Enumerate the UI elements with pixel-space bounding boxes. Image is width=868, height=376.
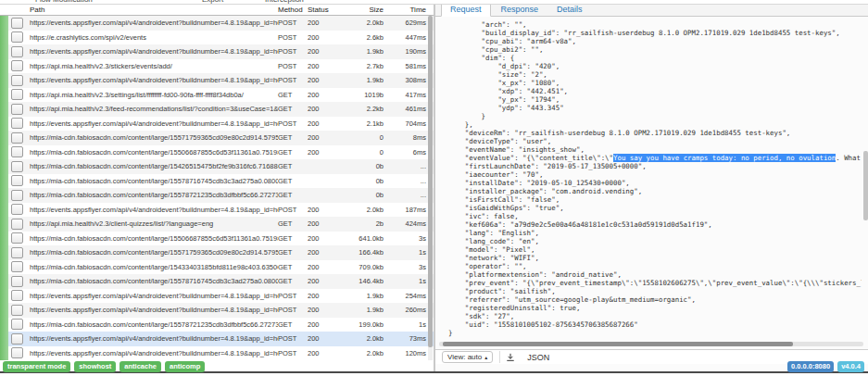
- flow-checkbox[interactable]: [11, 190, 23, 201]
- column-header-size[interactable]: Size: [335, 6, 384, 14]
- flow-checkbox[interactable]: [11, 175, 23, 186]
- column-header-time[interactable]: Time: [384, 6, 426, 14]
- json-line: "lang_code": "en",: [448, 237, 862, 245]
- detail-horizontal-scrollbar[interactable]: [439, 342, 863, 346]
- flow-size: 0b: [335, 162, 384, 170]
- json-line: "firstLaunchDate": "2019-05-17_135005+00…: [448, 162, 862, 170]
- flow-status: 200: [308, 306, 335, 314]
- flow-row[interactable]: https://events.appsflyer.com/api/v4/andr…: [0, 346, 434, 361]
- flow-row[interactable]: https://events.appsflyer.com/api/v4/andr…: [0, 16, 434, 31]
- flow-checkbox[interactable]: [11, 261, 23, 272]
- column-header-method[interactable]: Method: [278, 6, 308, 14]
- flow-path: https://mia-cdn.fabiosacdn.com/content/l…: [30, 133, 278, 142]
- json-line: }: [448, 329, 862, 337]
- flow-time: 704ms: [384, 119, 426, 128]
- flow-row[interactable]: https://events.appsflyer.com/api/v4/andr…: [0, 332, 434, 346]
- flow-row[interactable]: https://mia-cdn.fabiosacdn.com/content/l…: [0, 318, 434, 332]
- flow-status: 200: [308, 47, 335, 56]
- flow-row[interactable]: https://e.crashlytics.com/spi/v2/eventsP…: [0, 31, 434, 45]
- toolbar-item-interception[interactable]: Interception: [265, 0, 304, 4]
- flow-size: 2.2kb: [335, 105, 384, 113]
- detail-vertical-scrollbar[interactable]: [863, 17, 868, 337]
- flow-row[interactable]: https://events.appsflyer.com/api/v4/andr…: [0, 44, 434, 59]
- json-line: "installer_package": "com.android.vendin…: [448, 187, 862, 195]
- flow-checkbox[interactable]: [11, 46, 23, 57]
- flow-method: GET: [278, 277, 308, 285]
- flow-checkbox[interactable]: [11, 31, 23, 43]
- flow-checkbox[interactable]: [11, 18, 23, 29]
- tab-response[interactable]: Response: [493, 3, 547, 16]
- flow-row[interactable]: https://mia-cdn.fabiosacdn.com/content/l…: [0, 188, 434, 203]
- flow-method: GET: [278, 191, 308, 199]
- scrollbar-thumb[interactable]: [443, 342, 793, 346]
- flow-status: 200: [308, 19, 335, 27]
- flow-checkbox[interactable]: [11, 305, 23, 316]
- flow-row[interactable]: https://mia-cdn.fabiosacdn.com/content/l…: [0, 245, 434, 260]
- flow-row[interactable]: https://events.appsflyer.com/api/v4/andr…: [0, 203, 434, 218]
- toolbar-item-export[interactable]: Export: [202, 0, 223, 4]
- flow-row[interactable]: https://mia-cdn.fabiosacdn.com/content/l…: [0, 274, 434, 289]
- request-json-view[interactable]: "arch": "", "build_display_id": "rr_sail…: [435, 17, 862, 337]
- flow-time: 424ms: [384, 219, 426, 228]
- flow-size: 1.9kb: [335, 292, 384, 300]
- flow-row[interactable]: https://mia-cdn.fabiosacdn.com/content/l…: [0, 159, 434, 174]
- flow-checkbox[interactable]: [11, 232, 23, 244]
- flow-row[interactable]: https://events.appsflyer.com/api/v4/andr…: [0, 117, 434, 132]
- flow-method: POST: [278, 334, 308, 343]
- flow-checkbox[interactable]: [11, 146, 23, 157]
- flow-checkbox[interactable]: [11, 161, 23, 172]
- tab-details[interactable]: Details: [548, 3, 591, 16]
- flow-checkbox[interactable]: [11, 219, 23, 230]
- content-format-label: JSON: [527, 353, 549, 362]
- flow-checkbox[interactable]: [11, 132, 23, 144]
- flow-checkbox[interactable]: [11, 290, 23, 301]
- flow-size: 199.0kb: [335, 320, 384, 329]
- flow-row[interactable]: https://mia-cdn.fabiosacdn.com/content/l…: [0, 174, 434, 189]
- column-header-status[interactable]: Status: [308, 6, 335, 14]
- view-mode-button[interactable]: View: auto ▴: [442, 351, 493, 363]
- flow-method: GET: [278, 219, 308, 228]
- flow-time: 308ms: [384, 76, 426, 84]
- flow-row[interactable]: https://api.mia.health/v2.3/stickers/eve…: [0, 59, 434, 74]
- flow-row[interactable]: https://api.mia.health/v2.3/client-quizz…: [0, 217, 434, 232]
- flow-row[interactable]: https://events.appsflyer.com/api/v4/andr…: [0, 303, 434, 318]
- json-line: "referrer": "utm_source=google-play&utm_…: [448, 295, 862, 304]
- flow-method: POST: [278, 76, 308, 84]
- flow-checkbox[interactable]: [11, 60, 23, 71]
- flow-row[interactable]: https://api.mia.health/v2.3/settings/lis…: [0, 88, 434, 103]
- json-line: "platformextension": "android_native",: [448, 270, 862, 279]
- flow-size: 1.9kb: [335, 47, 384, 56]
- flow-checkbox[interactable]: [11, 347, 23, 358]
- scrollbar-thumb[interactable]: [428, 16, 433, 347]
- flow-size: 0b: [335, 191, 384, 199]
- flow-checkbox[interactable]: [11, 204, 23, 215]
- flow-size: 2.0kb: [335, 349, 384, 357]
- flow-size: 2.1kb: [335, 119, 384, 128]
- flow-row[interactable]: https://api.mia.health/v2.3/feed-recomme…: [0, 102, 434, 117]
- flow-row[interactable]: https://mia-cdn.fabiosacdn.com/content/l…: [0, 145, 434, 160]
- flow-method: GET: [278, 248, 308, 257]
- flow-row[interactable]: https://events.appsflyer.com/api/v4/andr…: [0, 73, 434, 88]
- flow-size: 2.7kb: [335, 62, 384, 70]
- flow-row[interactable]: https://mia-cdn.fabiosacdn.com/content/l…: [0, 131, 434, 145]
- flow-size: 2.0kb: [335, 334, 384, 343]
- scrollbar-thumb[interactable]: [863, 151, 868, 220]
- flow-row[interactable]: https://events.appsflyer.com/api/v4/andr…: [0, 289, 434, 304]
- flow-checkbox[interactable]: [11, 319, 23, 330]
- flow-checkbox[interactable]: [11, 247, 23, 258]
- flow-row[interactable]: https://mia-cdn.fabiosacdn.com/content/l…: [0, 260, 434, 275]
- flow-row[interactable]: https://mia-cdn.fabiosacdn.com/content/l…: [0, 232, 434, 246]
- flow-checkbox[interactable]: [11, 276, 23, 287]
- flow-checkbox[interactable]: [11, 118, 23, 129]
- view-mode-label: View: auto: [447, 353, 482, 361]
- flow-list-scrollbar[interactable]: [428, 16, 433, 360]
- badge-anticomp: anticomp: [165, 361, 205, 372]
- toolbar-item-flow-modification[interactable]: Flow Modification: [35, 0, 93, 4]
- flow-checkbox[interactable]: [11, 89, 23, 100]
- download-button[interactable]: [499, 351, 521, 363]
- flow-checkbox[interactable]: [11, 333, 23, 345]
- column-header-path[interactable]: Path: [30, 6, 278, 14]
- flow-checkbox[interactable]: [11, 75, 23, 86]
- flow-checkbox[interactable]: [11, 104, 23, 115]
- flow-time: 3s: [384, 234, 426, 243]
